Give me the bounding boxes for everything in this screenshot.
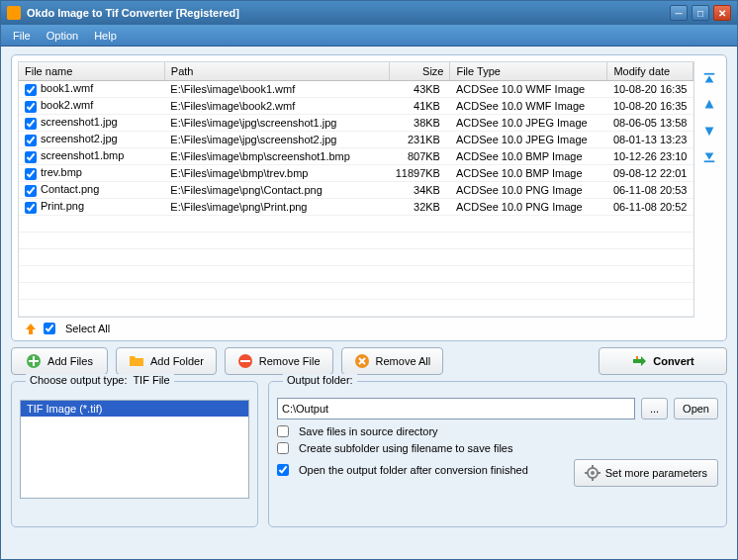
menu-help[interactable]: Help [86, 27, 125, 45]
output-type-panel: Choose output type: TIF File TIF Image (… [11, 381, 258, 527]
add-folder-button[interactable]: Add Folder [116, 347, 217, 375]
svg-rect-1 [704, 160, 715, 162]
col-header-type[interactable]: File Type [450, 62, 607, 81]
table-row[interactable]: book2.wmfE:\Files\image\book2.wmf41KBACD… [19, 98, 693, 115]
set-more-label: Set more parameters [605, 467, 707, 479]
create-subfolder-checkbox[interactable] [277, 442, 289, 454]
table-row[interactable]: screenshot1.jpgE:\Files\image\jpg\screen… [19, 115, 693, 132]
output-type-listbox[interactable]: TIF Image (*.tif) [20, 400, 249, 499]
open-folder-button[interactable]: Open [674, 398, 718, 420]
row-checkbox[interactable] [25, 118, 37, 130]
minimize-button[interactable]: ─ [670, 5, 688, 21]
reorder-buttons [698, 61, 720, 318]
folder-icon [129, 353, 144, 369]
titlebar: Okdo Image to Tif Converter [Registered]… [1, 1, 737, 25]
up-arrow-icon [24, 322, 38, 335]
bottom-row: Choose output type: TIF File TIF Image (… [11, 381, 727, 551]
save-source-label: Save files in source directory [299, 425, 438, 437]
menu-file[interactable]: File [5, 27, 39, 45]
add-files-button[interactable]: Add Files [11, 347, 108, 375]
output-folder-input[interactable] [277, 398, 635, 420]
table-row[interactable]: trev.bmpE:\Files\image\bmp\trev.bmp11897… [19, 165, 693, 182]
table-row[interactable]: Print.pngE:\Files\image\png\Print.png32K… [19, 199, 693, 216]
output-folder-label: Output folder: [283, 374, 357, 386]
row-checkbox[interactable] [25, 101, 37, 113]
row-checkbox[interactable] [25, 168, 37, 180]
add-folder-label: Add Folder [150, 355, 204, 367]
maximize-button[interactable]: □ [692, 5, 709, 21]
output-type-option[interactable]: TIF Image (*.tif) [21, 401, 248, 417]
output-folder-panel: Output folder: ... Open Save files in so… [268, 381, 727, 527]
save-source-checkbox[interactable] [277, 425, 289, 437]
move-bottom-button[interactable] [701, 148, 717, 164]
move-down-button[interactable] [701, 123, 717, 139]
remove-icon [237, 353, 253, 369]
open-after-checkbox[interactable] [277, 464, 289, 476]
row-checkbox[interactable] [25, 135, 37, 146]
file-table[interactable]: File name Path Size File Type Modify dat… [18, 61, 694, 318]
table-row[interactable]: screenshot2.jpgE:\Files\image\jpg\screen… [19, 132, 693, 148]
table-row[interactable]: Contact.pngE:\Files\image\png\Contact.pn… [19, 182, 693, 199]
convert-icon [631, 353, 647, 369]
col-header-size[interactable]: Size [390, 62, 450, 81]
main-window: Okdo Image to Tif Converter [Registered]… [0, 0, 738, 560]
col-header-date[interactable]: Modify date [607, 62, 693, 81]
svg-rect-4 [29, 360, 39, 362]
file-list-panel: File name Path Size File Type Modify dat… [11, 54, 727, 341]
set-more-parameters-button[interactable]: Set more parameters [574, 459, 718, 487]
row-checkbox[interactable] [25, 202, 37, 214]
select-all-checkbox[interactable] [44, 323, 55, 334]
add-files-label: Add Files [47, 355, 93, 367]
col-header-name[interactable]: File name [19, 62, 164, 81]
svg-point-9 [591, 471, 595, 475]
window-title: Okdo Image to Tif Converter [Registered] [27, 7, 670, 19]
app-icon [7, 6, 21, 20]
add-icon [26, 353, 42, 369]
convert-label: Convert [653, 355, 694, 367]
remove-all-button[interactable]: Remove All [341, 347, 444, 375]
svg-rect-0 [704, 73, 715, 75]
action-row: Add Files Add Folder Remove File Remove … [11, 347, 727, 375]
svg-rect-6 [240, 360, 250, 362]
menubar: File Option Help [1, 25, 737, 47]
remove-file-label: Remove File [259, 355, 321, 367]
row-checkbox[interactable] [25, 84, 37, 96]
remove-file-button[interactable]: Remove File [225, 347, 333, 375]
browse-button[interactable]: ... [641, 398, 668, 420]
output-type-label: Choose output type: TIF File [26, 374, 174, 386]
row-checkbox[interactable] [25, 151, 37, 163]
open-after-label: Open the output folder after conversion … [299, 464, 528, 476]
menu-option[interactable]: Option [39, 27, 86, 45]
content-area: File name Path Size File Type Modify dat… [1, 47, 737, 559]
convert-button[interactable]: Convert [599, 347, 727, 375]
row-checkbox[interactable] [25, 185, 37, 197]
gear-icon [585, 465, 600, 481]
remove-all-icon [354, 353, 370, 369]
table-row[interactable]: book1.wmfE:\Files\image\book1.wmf43KBACD… [19, 81, 693, 98]
table-row[interactable]: screenshot1.bmpE:\Files\image\bmp\screen… [19, 148, 693, 165]
close-button[interactable]: ✕ [713, 5, 731, 21]
move-up-button[interactable] [701, 97, 717, 113]
select-all-label: Select All [65, 323, 110, 334]
create-subfolder-label: Create subfolder using filename to save … [299, 442, 512, 454]
col-header-path[interactable]: Path [164, 62, 389, 81]
move-top-button[interactable] [701, 71, 717, 87]
remove-all-label: Remove All [376, 355, 431, 367]
